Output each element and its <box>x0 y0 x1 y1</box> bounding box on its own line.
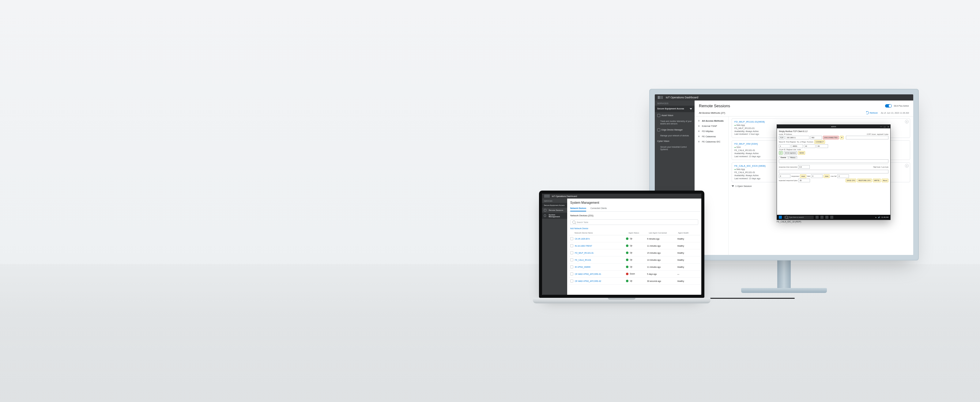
add-device-button[interactable]: Add Network Device <box>567 226 701 231</box>
start-icon[interactable] <box>779 216 782 219</box>
category-all[interactable]: ≡All Access Methods <box>695 118 728 123</box>
windows-taskbar[interactable]: Type here to search ▲🔊11:46 AM <box>777 215 890 220</box>
tab-events[interactable]: Events <box>779 156 788 159</box>
device-name-link[interactable]: IN-18-1000-TRENT <box>575 245 592 247</box>
close-icon[interactable]: ✕ <box>888 126 889 128</box>
sidebar-item-system-management[interactable]: System Management <box>542 213 567 219</box>
device-name-link[interactable]: FE_CALA_IR1101 <box>575 259 591 261</box>
label: mode <box>779 133 783 135</box>
close-icon[interactable]: × <box>905 120 908 123</box>
maxfail-field[interactable]: 3 <box>837 174 849 178</box>
rdp-title: admin <box>831 126 836 128</box>
taskbar-tray[interactable]: ▲🔊11:46 AM <box>875 216 888 218</box>
num-regs-field[interactable]: 10 <box>804 144 816 148</box>
row-checkbox[interactable] <box>570 237 573 240</box>
row-checkbox[interactable] <box>570 273 573 276</box>
health-cell: Healthy <box>678 245 698 247</box>
maximize-icon[interactable]: ▢ <box>884 126 886 128</box>
write-button[interactable]: WRITE <box>873 179 881 182</box>
connect-button[interactable]: CONNECT <box>814 140 825 144</box>
taskbar-app-icon[interactable] <box>830 216 833 219</box>
category-item[interactable]: ≡FE Calaveras IDC <box>695 139 728 144</box>
about-button[interactable]: About <box>882 179 888 182</box>
search-icon <box>785 216 788 219</box>
category-label: External TSNP <box>702 125 717 128</box>
slave-field[interactable]: 1 <box>779 144 791 148</box>
table-row[interactable]: OF-MAD-VPNS_APCORE-01Down5 days ago— <box>568 271 700 278</box>
clear-button[interactable]: clear <box>824 174 830 178</box>
device-name-link[interactable]: IR-VPNS_DM999 <box>575 266 590 268</box>
device-name-link[interactable]: OF-MAD-VPNS_APCORE-01 <box>575 273 601 275</box>
mode-chip[interactable]: TCP <box>779 136 784 139</box>
search-input[interactable]: Search Table <box>570 219 698 225</box>
table-row[interactable]: CK-IR-1835-BYnUp9 minutes agoHealthy <box>568 235 700 242</box>
row-checkbox[interactable] <box>570 244 573 247</box>
restore-cfg-button[interactable]: RESTORE CFG <box>857 179 872 182</box>
taskbar-app-icon[interactable] <box>816 216 819 219</box>
first-reg-field[interactable]: 40001 <box>791 144 803 148</box>
taskbar-app-icon[interactable] <box>825 216 829 219</box>
tab-network-devices[interactable]: Network Devices <box>570 206 586 211</box>
table-row[interactable]: OF-MAD-VPNS_APCORE-02Up30 seconds agoHea… <box>568 278 700 285</box>
row-checkbox[interactable] <box>570 279 573 282</box>
category-item[interactable]: ≡External TSNP <box>695 123 728 129</box>
table-row[interactable]: IN-18-1000-TRENTUp11 minutes agoHealthy <box>568 242 700 249</box>
regsize-chip[interactable]: 16 bit registers <box>784 151 797 155</box>
sidebar-item-cyber-vision[interactable]: Cyber Vision <box>655 138 695 145</box>
ip-field[interactable]: 192.168.0.1 <box>786 136 810 139</box>
laptop-main: System Management Network Devices Connec… <box>567 199 701 295</box>
sidebar-heading: SERVICES <box>542 199 567 203</box>
health-cell: Healthy <box>678 280 698 282</box>
col-health[interactable]: Agent Health <box>678 232 698 234</box>
port-field[interactable]: 502 <box>810 136 822 139</box>
save-cfg-button[interactable]: SAVE CFG <box>846 179 856 182</box>
label: Register size <box>786 148 796 150</box>
last-heard-cell: 15 minutes ago <box>647 252 678 254</box>
sidebar-item-sea[interactable]: Secure Equipment Access <box>542 203 567 208</box>
table-row[interactable]: IR-VPNS_DM999Up11 minutes agoHealthy <box>568 263 700 271</box>
sidebar-item-label: Secure Equipment Access <box>657 108 684 110</box>
row-checkbox[interactable] <box>570 251 573 254</box>
col-name[interactable]: Network Device Name <box>570 232 628 234</box>
label: register# <box>877 133 883 135</box>
search-icon <box>573 221 576 224</box>
sidebar-item-remote-sessions[interactable]: Remote Sessions <box>542 208 567 213</box>
taskbar-app-icon[interactable] <box>821 216 824 219</box>
health-cell: — <box>678 273 698 275</box>
monitor-base <box>741 288 827 293</box>
sidebar-item-edm[interactable]: Edge Device Manager <box>655 126 695 133</box>
refresh-icon <box>866 111 869 114</box>
rdp-window[interactable]: admin — ▢ ✕ Simply Modbus TCP Client 8.1… <box>776 124 891 220</box>
toggle-chip[interactable]: ✓ <box>779 151 783 155</box>
table-row[interactable]: FD_MILP_IR1101-01Up15 minutes agoHealthy <box>568 249 700 257</box>
sidebar-item-desc: Secure your Industrial Control Systems <box>655 145 695 152</box>
sidebar-item-sea[interactable]: Secure Equipment Access <box>655 106 695 112</box>
col-heard[interactable]: Last Agent Connected <box>649 232 678 234</box>
sidebar-item-asset-vision[interactable]: Asset Vision <box>655 112 695 119</box>
copy-button[interactable]: ▼ <box>840 136 844 139</box>
taskbar-clock: 11:46 AM <box>881 216 888 218</box>
reset-button[interactable]: reset <box>800 174 806 178</box>
table-row[interactable]: FE_CALA_IR1101Up14 minutes agoHealthy <box>568 257 700 263</box>
tab-connected-clients[interactable]: Connected Clients <box>590 206 607 211</box>
disconnected-chip: DISCONNECTED <box>823 136 839 139</box>
sea-plus-toggle[interactable]: SEA Plus Active <box>885 104 909 108</box>
category-item[interactable]: ≡FD Milpitas <box>695 129 728 134</box>
send-button[interactable]: SEND <box>798 151 805 155</box>
func-field[interactable]: 03 <box>816 144 828 148</box>
row-checkbox[interactable] <box>570 258 573 262</box>
label: COPY down <box>867 133 876 135</box>
close-icon[interactable]: × <box>905 164 908 168</box>
refresh-button[interactable]: Refresh <box>866 111 878 114</box>
device-name-link[interactable]: FD_MILP_IR1101-01 <box>575 252 593 254</box>
device-name-link[interactable]: CK-IR-1835-BYn <box>575 238 590 240</box>
tab-history[interactable]: History <box>788 156 797 159</box>
col-status[interactable]: Agent Status <box>628 232 649 234</box>
minimize-icon[interactable]: — <box>880 126 882 128</box>
device-name-link[interactable]: OF-MAD-VPNS_APCORE-02 <box>575 280 601 282</box>
health-cell: Healthy <box>678 238 698 240</box>
category-item[interactable]: ≡FE Calaveras <box>695 134 728 139</box>
rdp-titlebar[interactable]: admin — ▢ ✕ <box>777 125 890 128</box>
row-checkbox[interactable] <box>570 265 573 268</box>
taskbar-search[interactable]: Type here to search <box>784 216 814 219</box>
